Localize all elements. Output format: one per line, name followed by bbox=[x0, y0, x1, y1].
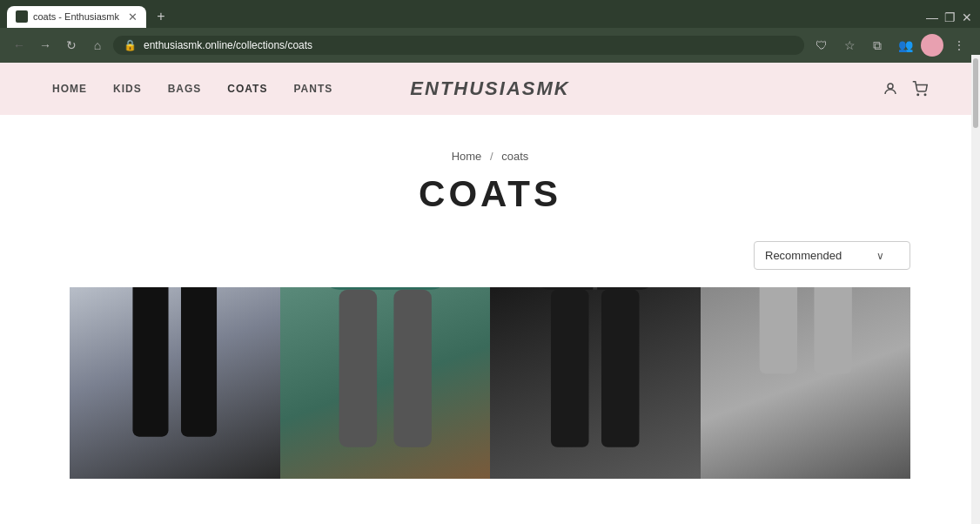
site-nav: HOME KIDS BAGS COATS PANTS ENTHUSIASMK bbox=[0, 63, 980, 115]
filter-row: Recommended ∨ bbox=[0, 241, 980, 270]
tab-favicon bbox=[16, 10, 28, 23]
nav-link-pants[interactable]: PANTS bbox=[293, 83, 332, 95]
breadcrumb: Home / coats bbox=[0, 150, 980, 163]
breadcrumb-home-link[interactable]: Home bbox=[452, 150, 482, 163]
home-button[interactable]: ⌂ bbox=[87, 35, 108, 56]
cart-icon-button[interactable] bbox=[912, 81, 928, 97]
svg-rect-9 bbox=[322, 287, 448, 290]
window-controls: — ❐ ✕ bbox=[926, 10, 973, 23]
product-image-2: 23 bbox=[280, 287, 491, 479]
account-icon-button[interactable] bbox=[883, 81, 898, 97]
site-wrapper: HOME KIDS BAGS COATS PANTS ENTHUSIASMK bbox=[0, 63, 980, 479]
nav-links-left: HOME KIDS BAGS COATS PANTS bbox=[52, 83, 332, 95]
product-card[interactable] bbox=[70, 287, 280, 479]
address-bar[interactable]: 🔒 bbox=[113, 36, 804, 55]
lock-icon: 🔒 bbox=[124, 39, 137, 51]
bookmark-icon[interactable]: ☆ bbox=[837, 33, 862, 57]
site-logo[interactable]: ENTHUSIASMK bbox=[410, 77, 569, 100]
product-figure-4 bbox=[701, 287, 911, 479]
product-figure-3 bbox=[490, 287, 701, 479]
svg-rect-21 bbox=[601, 290, 639, 447]
svg-point-1 bbox=[917, 94, 919, 96]
sync-icon[interactable]: 👥 bbox=[893, 33, 917, 57]
scrollbar[interactable] bbox=[971, 55, 980, 479]
product-figure-1 bbox=[70, 287, 280, 479]
reload-button[interactable]: ↻ bbox=[61, 35, 82, 56]
svg-rect-20 bbox=[551, 290, 588, 447]
product-figure-2: 23 bbox=[280, 287, 491, 479]
extensions-icon[interactable]: ⧉ bbox=[865, 33, 889, 57]
restore-button[interactable]: ❐ bbox=[943, 10, 956, 23]
svg-rect-27 bbox=[759, 287, 796, 373]
shield-icon[interactable]: 🛡 bbox=[809, 33, 834, 57]
page-title: COATS bbox=[0, 173, 980, 215]
tab-bar: coats - Enthusiasmk ✕ + — ❐ ✕ bbox=[0, 0, 980, 28]
more-options-button[interactable]: ⋮ bbox=[947, 33, 971, 57]
product-card[interactable]: 23 bbox=[280, 287, 491, 479]
browser-chrome: coats - Enthusiasmk ✕ + — ❐ ✕ ← → ↻ ⌂ 🔒 … bbox=[0, 0, 980, 63]
toolbar-icons: 🛡 ☆ ⧉ 👥 ⋮ bbox=[809, 33, 971, 57]
product-grid: 23 bbox=[0, 287, 980, 479]
svg-rect-8 bbox=[181, 287, 217, 437]
svg-point-0 bbox=[888, 84, 893, 89]
forward-button[interactable]: → bbox=[35, 35, 56, 56]
nav-icons bbox=[883, 81, 928, 97]
back-button[interactable]: ← bbox=[9, 35, 30, 56]
tab-title: coats - Enthusiasmk bbox=[33, 11, 123, 22]
sort-dropdown[interactable]: Recommended ∨ bbox=[754, 241, 910, 270]
nav-link-coats[interactable]: COATS bbox=[227, 83, 267, 95]
svg-rect-14 bbox=[393, 290, 431, 447]
sort-label: Recommended bbox=[765, 249, 842, 262]
profile-avatar[interactable] bbox=[921, 34, 943, 57]
svg-rect-28 bbox=[814, 287, 851, 373]
nav-link-kids[interactable]: KIDS bbox=[113, 83, 142, 95]
svg-rect-7 bbox=[132, 287, 168, 437]
product-image-3 bbox=[490, 287, 701, 479]
close-button[interactable]: ✕ bbox=[961, 10, 973, 23]
product-card[interactable] bbox=[701, 287, 911, 479]
product-card[interactable] bbox=[490, 287, 701, 479]
active-tab[interactable]: coats - Enthusiasmk ✕ bbox=[7, 6, 146, 28]
product-image-4 bbox=[701, 287, 911, 479]
page-header: Home / coats COATS bbox=[0, 115, 980, 241]
svg-rect-13 bbox=[339, 290, 376, 447]
svg-point-2 bbox=[924, 94, 926, 96]
nav-link-home[interactable]: HOME bbox=[52, 83, 87, 95]
url-input[interactable] bbox=[144, 39, 794, 51]
scrollbar-thumb[interactable] bbox=[973, 58, 978, 128]
address-bar-row: ← → ↻ ⌂ 🔒 🛡 ☆ ⧉ 👥 ⋮ bbox=[0, 28, 980, 63]
nav-link-bags[interactable]: BAGS bbox=[168, 83, 202, 95]
minimize-button[interactable]: — bbox=[926, 10, 938, 23]
chevron-down-icon: ∨ bbox=[876, 250, 884, 262]
breadcrumb-separator: / bbox=[490, 150, 493, 163]
new-tab-button[interactable]: + bbox=[150, 5, 172, 28]
product-image-1 bbox=[70, 287, 280, 479]
tab-close-button[interactable]: ✕ bbox=[128, 10, 138, 24]
breadcrumb-current: coats bbox=[501, 150, 528, 163]
